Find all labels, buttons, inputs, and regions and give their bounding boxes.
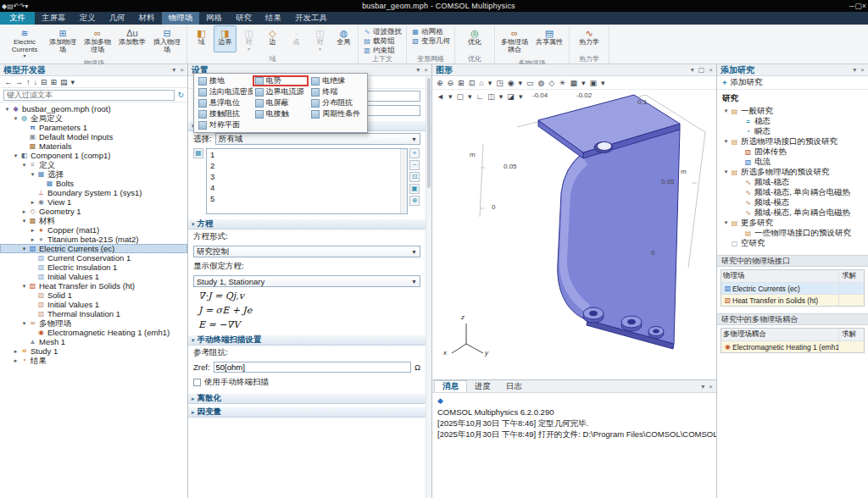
study-tree-item[interactable]: ▾ 所选多物理场的预设研究 (717, 167, 868, 177)
menu-caret-icon[interactable]: ▾ (448, 92, 453, 101)
panel-menu-icon[interactable]: ▾ (416, 66, 420, 74)
ribbon-button[interactable]: ∞ 添加多物理场 (81, 25, 114, 59)
table-row[interactable]: Heat Transfer in Solids (ht) (721, 294, 864, 306)
domain-list-item[interactable]: 2 (207, 160, 407, 171)
zoom-extents-icon[interactable]: ⊞ (458, 79, 465, 87)
menu-caret-icon[interactable]: ▾ (581, 79, 586, 87)
tree-item[interactable]: ▾ 定义 (0, 160, 187, 169)
hide-objects-icon[interactable]: ◫ (487, 92, 495, 101)
camera-icon[interactable]: ◉ (508, 79, 515, 87)
menu-item[interactable]: 边界电流源 (253, 86, 309, 97)
tree-item[interactable]: ▾ Electric Currents (ec) (0, 244, 187, 253)
section-discretization[interactable]: ▸离散化 (188, 393, 426, 404)
filter-input[interactable] (3, 90, 175, 101)
menu-item[interactable]: 悬浮电位 (196, 97, 253, 108)
tree-item[interactable]: Materials (0, 141, 187, 151)
node-text-icon[interactable]: ▤ (60, 78, 68, 86)
tree-item[interactable]: Initial Values 1 (0, 300, 187, 309)
remove-from-selection-icon[interactable]: − (409, 160, 420, 170)
tree-item[interactable]: Boundary System 1 (sys1) (0, 188, 187, 197)
view-menu-icon[interactable]: ▾ (488, 79, 492, 87)
tree-item[interactable]: ▾ Component 1 (comp1) (0, 151, 187, 160)
menu-caret-icon[interactable]: ▾ (499, 92, 504, 101)
active-selection-icon[interactable]: ▦ (193, 148, 203, 158)
menu-item[interactable]: 电接触 (253, 108, 309, 119)
go-to-default-view-icon[interactable]: ⌂ (479, 79, 483, 87)
domain-list-item[interactable]: 5 (207, 193, 407, 204)
wireframe-icon[interactable]: ◇ (548, 79, 554, 87)
panel-close-icon[interactable]: × (709, 383, 713, 390)
back-icon[interactable]: ← (4, 78, 12, 86)
orthographic-projection-icon[interactable]: ◳ (496, 79, 504, 87)
collapse-all-icon[interactable]: ⊟ (41, 78, 47, 86)
table-row[interactable]: Electric Currents (ec) (721, 282, 864, 294)
ribbon-tab[interactable]: 开发工具 (288, 12, 334, 25)
panel-float-icon[interactable]: ▢ (698, 66, 705, 74)
study-tree-item[interactable]: 频域-模态, 单向耦合电磁热 (717, 208, 868, 218)
menu-caret-icon[interactable]: ▾ (71, 78, 75, 86)
close-icon[interactable]: × (862, 2, 866, 10)
ribbon-button[interactable]: ◇ 边 (261, 25, 284, 53)
image-export-icon[interactable]: ▣ (589, 79, 597, 87)
file-menu-button[interactable]: 文件 (0, 12, 35, 25)
tree-item[interactable]: ▸ Titanium beta-21S (mat2) (0, 235, 187, 244)
zref-field[interactable] (214, 362, 411, 373)
ribbon-button[interactable]: ⊞ 添加物理场 (46, 25, 80, 59)
messages-tab[interactable]: 消息 (434, 380, 467, 392)
up-icon[interactable]: ↑ (26, 78, 31, 86)
ribbon-small-button[interactable]: ▥ 约束组 (361, 46, 397, 55)
study-tree-item[interactable]: ▾ 一般研究 (717, 106, 868, 116)
study-tree-item[interactable]: 一些物理场接口的预设研究 (717, 228, 868, 238)
menu-item[interactable]: 接触阻抗 (196, 108, 253, 119)
panel-close-icon[interactable]: × (424, 66, 428, 74)
menu-item[interactable]: 周期性条件 (309, 108, 365, 119)
ribbon-button[interactable]: ◫ 对 ▾ (309, 25, 331, 53)
tree-item[interactable]: Thermal Insulation 1 (0, 309, 187, 318)
ribbon-tab[interactable]: 定义 (73, 12, 103, 25)
study-tree-item[interactable]: 稳态 (717, 116, 868, 126)
menu-item[interactable]: 电绝缘 (309, 75, 365, 86)
tree-item[interactable]: Solid 1 (0, 290, 187, 300)
tree-item[interactable]: Default Model Inputs (0, 132, 187, 141)
ribbon-small-button[interactable]: ∿ 谐波微扰 (361, 27, 403, 36)
study-tree-item[interactable]: 电流 (717, 157, 868, 167)
tree-item[interactable]: Parameters 1 (0, 123, 187, 132)
ribbon-tab[interactable]: 结果 (259, 12, 288, 25)
study-tree-item[interactable]: 频域-模态 (717, 197, 868, 208)
menu-item[interactable]: 分布阻抗 (309, 97, 365, 108)
zoom-out-icon[interactable]: ⊖ (448, 79, 454, 87)
tree-item[interactable]: ▾ busbar_geom.mph (root) (0, 104, 187, 113)
ribbon-button[interactable]: ⊟ 插入物理场 (150, 25, 184, 59)
menu-caret-icon[interactable]: ▾ (468, 92, 472, 101)
tree-item[interactable]: ▸ Study 1 (0, 346, 187, 356)
ribbon-tab[interactable]: 研究 (229, 12, 259, 25)
ribbon-tab[interactable]: 材料 (132, 12, 162, 25)
ribbon-small-button[interactable]: ▦ 动网格 (409, 27, 445, 36)
section-terminal-sweep[interactable]: ▾手动终端扫描设置 (188, 335, 426, 346)
ribbon-tab[interactable]: 网格 (199, 12, 229, 25)
ribbon-small-button[interactable]: ▤ 载荷组 (361, 36, 397, 46)
tree-item[interactable]: Electric Insulation 1 (0, 263, 187, 272)
maximize-icon[interactable]: ▢ (854, 2, 862, 10)
study-tree-item[interactable]: 固体传热 (717, 147, 868, 157)
menu-item[interactable]: 电屏蔽 (253, 97, 309, 108)
menu-item[interactable]: 终端 (309, 86, 365, 97)
add-study-button[interactable]: + 添加研究 (717, 76, 868, 90)
ribbon-button[interactable]: ≋ Electric Currents ▾ (4, 25, 45, 59)
tree-item[interactable]: ▸ Copper (mat1) (0, 225, 187, 235)
ribbon-button[interactable]: Δu 添加数学 (115, 25, 149, 53)
zoom-box-icon[interactable]: ⊡ (469, 79, 476, 87)
ribbon-button[interactable]: ∙ 点 (285, 25, 308, 53)
tree-item[interactable]: Bolts (0, 179, 187, 188)
tree-item[interactable]: ▾ 多物理场 (0, 318, 187, 328)
measure-icon[interactable]: ∟ (476, 92, 484, 101)
ribbon-button[interactable]: ∞ 多物理场耦合 (498, 25, 531, 59)
ribbon-button[interactable]: ◧ 域 (190, 25, 213, 53)
domain-list-item[interactable]: 3 (207, 171, 407, 182)
messages-log[interactable]: ◆ COMSOL Multiphysics 6.2.0.290 [2025年10… (432, 393, 716, 442)
menu-item[interactable]: 对称平面 (196, 119, 253, 130)
menu-item[interactable]: 电势 (253, 75, 309, 86)
ribbon-small-button[interactable]: ▧ 变形几何 (409, 36, 452, 46)
ribbon-button[interactable]: ▤ 共享属性 (532, 25, 566, 53)
panel-menu-icon[interactable]: ▾ (701, 383, 704, 390)
